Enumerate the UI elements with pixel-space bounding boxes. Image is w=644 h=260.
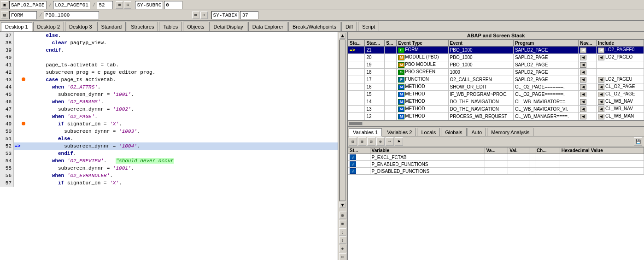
stack-sta (348, 76, 365, 83)
form-icon: ▤ (1, 12, 8, 19)
vars-cell-1 (508, 168, 529, 175)
icon1[interactable]: ⊞ (116, 1, 123, 9)
stack-include: ◀LO2_PAGEU (597, 76, 644, 83)
tab-desktop-3[interactable]: Desktop 3 (65, 22, 96, 31)
toolbar-icon-6[interactable]: ⊗ (339, 253, 346, 260)
stack-nav: ◀ (579, 113, 597, 120)
tab-data-explorer[interactable]: Data Explorer (248, 22, 287, 31)
line-code-text: else. (26, 135, 338, 142)
toolbar-icon-5[interactable]: ⊕ (339, 245, 346, 252)
stack-stac: 12 (365, 113, 385, 120)
stack-row[interactable]: 18SPBO SCREEN1000SAPLO2_PAGE◀ (348, 69, 644, 76)
code-content: 37 else.38 clear pagtyp_view.39 endif.40… (0, 32, 338, 260)
vars-row[interactable]: ⅈP_EXCL_FCTAB (348, 154, 644, 161)
scroll-up-button[interactable]: ▲ (340, 33, 345, 39)
line-number: 38 (0, 39, 14, 47)
line-code-text: when 'O2_ATTRS'. (26, 83, 338, 91)
vars-st: ⅈ (348, 168, 370, 175)
vars-tab-bar: Variables 1Variables 2LocalsGlobalsAutoM… (348, 127, 644, 136)
stack-row[interactable]: 19MPBO MODULEPBO_1000SAPLO2_PAGE◀ (348, 61, 644, 69)
stack-scrollbar-h[interactable] (348, 120, 644, 126)
stack-row[interactable]: 15MMETHODIF_WB_PROGRAM~PROC.CL_O2_PAGE==… (348, 91, 644, 98)
vars-icon-4[interactable]: ⊕ (376, 137, 385, 146)
line-number: 48 (0, 113, 14, 120)
vars-icon-2[interactable]: ⊞ (358, 137, 366, 146)
vars-cell-3 (535, 168, 560, 175)
stack-scrollbar-thumb[interactable] (349, 122, 363, 125)
stack-row[interactable]: 17FFUNCTIONO2_CALL_SCREENSAPLO2_PAGE◀◀LO… (348, 76, 644, 83)
vars-icon-3[interactable]: ⊡ (367, 137, 375, 146)
stack-sta (348, 61, 365, 69)
line-number: 39 (0, 47, 14, 54)
stack-row[interactable]: 12MMETHODPROCESS_WB_REQUESTCL_WB_MANAGER… (348, 113, 644, 120)
vars-save-icon[interactable]: 💾 (634, 137, 642, 146)
vars-icon-1[interactable]: ⊟ (349, 137, 357, 146)
breakpoint-indicator[interactable] (21, 120, 26, 128)
stack-program: SAPLO2_PAGE (513, 54, 578, 61)
stack-row[interactable]: 20MMODULE (PBO)PBO_1000SAPLO2_PAGE◀◀LO2_… (348, 54, 644, 61)
tab-objects[interactable]: Objects (183, 22, 208, 31)
tab-script[interactable]: Script (358, 22, 379, 31)
code-line-49: 49 if signatur_on = 'X'. (0, 120, 338, 128)
toolbar-icon-1[interactable]: ⊟ (339, 212, 346, 219)
vars-tab-variables-1[interactable]: Variables 1 (349, 128, 382, 136)
stack-event: O2_CALL_SCREEN (448, 76, 513, 83)
vars-tab-memory-analysis[interactable]: Memory Analysis (487, 128, 533, 136)
toolbar-icon-4[interactable]: ↕ (339, 236, 346, 244)
code-line-50: 50 subscreen_dynnr = '1003'. (0, 128, 338, 135)
vars-tab-locals[interactable]: Locals (417, 128, 440, 136)
stack-program: SAPLO2_PAGE (513, 76, 578, 83)
code-line-46: 46 when 'O2_PARAMS'. (0, 98, 338, 106)
code-line-51: 51 else. (0, 135, 338, 142)
tab-desktop-2[interactable]: Desktop 2 (33, 22, 64, 31)
scroll-down-button[interactable]: ▼ (340, 202, 345, 208)
vars-cell-2 (529, 168, 535, 175)
stack-event: 1000 (448, 69, 513, 76)
vars-icon-6[interactable]: ⚑ (395, 137, 403, 146)
tab-tables[interactable]: Tables (159, 22, 182, 31)
vars-tab-auto[interactable]: Auto (468, 128, 486, 136)
vars-icon-5[interactable]: ↔ (386, 137, 394, 146)
tab-desktop-1[interactable]: Desktop 1 (1, 22, 32, 31)
stack-col-event: Event (448, 40, 513, 47)
line-code-text: when 'O2_PARAMS'. (26, 98, 338, 106)
stack-include: ◀CL_O2_PAGE (597, 91, 644, 98)
tab-break--watchpoints[interactable]: Break./Watchpoints (288, 22, 340, 31)
icon4[interactable]: ⊡ (200, 12, 208, 19)
stack-include: ◀LO2_PAGEO (597, 54, 644, 61)
stack-row[interactable]: =>21FFORMPBO_1000SAPLO2_PAGE◀◀LO2_PAGEF0 (348, 47, 644, 54)
breakpoint-indicator[interactable] (21, 76, 26, 83)
tab-diff[interactable]: Diff (341, 22, 357, 31)
tab-structures[interactable]: Structures (127, 22, 158, 31)
line-code-text: page_ts-activetab = tab. (26, 61, 338, 69)
stack-row[interactable]: 16MMETHODSHOW_OR_EDITCL_O2_PAGE=======.◀… (348, 83, 644, 91)
line-number: 43 (0, 76, 14, 83)
line-code-text: subscreen_dynnr = '1001'. (26, 165, 338, 172)
toolbar-icon-2[interactable]: ⊞ (339, 220, 346, 227)
stack-col-nav: Nav... (579, 40, 597, 47)
stack-sta (348, 98, 365, 106)
tab-detaildisplay[interactable]: DetailDisplay (209, 22, 247, 31)
subrc-value-field: 0 (164, 1, 182, 9)
tab-standard[interactable]: Standard (97, 22, 126, 31)
stack-include (597, 69, 644, 76)
icon2[interactable]: ⊡ (124, 1, 131, 9)
vars-row[interactable]: ⅈP_DISABLED_FUNCTIONS (348, 168, 644, 175)
stack-s (385, 106, 397, 113)
stack-nav: ◀ (579, 98, 597, 106)
toolbar-icon-3[interactable]: ⋮ (339, 228, 346, 236)
vars-tab-variables-2[interactable]: Variables 2 (383, 128, 416, 136)
stack-title: ABAP and Screen Stack (348, 32, 644, 40)
stack-row[interactable]: 13MMETHODDO_THE_NAVIGATIONCL_WB_NAVIGATO… (348, 106, 644, 113)
code-line-55: 55 subscreen_dynnr = '1001'. (0, 165, 338, 172)
stack-event: PROCESS_WB_REQUEST (448, 113, 513, 120)
vars-cell-0 (485, 168, 508, 175)
vars-tab-globals[interactable]: Globals (441, 128, 466, 136)
vars-row[interactable]: ⅈP_ENABLED_FUNCTIONS (348, 161, 644, 168)
line-number: 37 (0, 32, 14, 39)
vars-st: ⅈ (348, 161, 370, 168)
stack-s (385, 83, 397, 91)
stack-event-type: FFORM (397, 47, 448, 54)
stack-row[interactable]: 14MMETHODDO_THE_NAVIGATIONCL_WB_NAVIGATO… (348, 98, 644, 106)
icon3[interactable]: ⊞ (192, 12, 199, 19)
